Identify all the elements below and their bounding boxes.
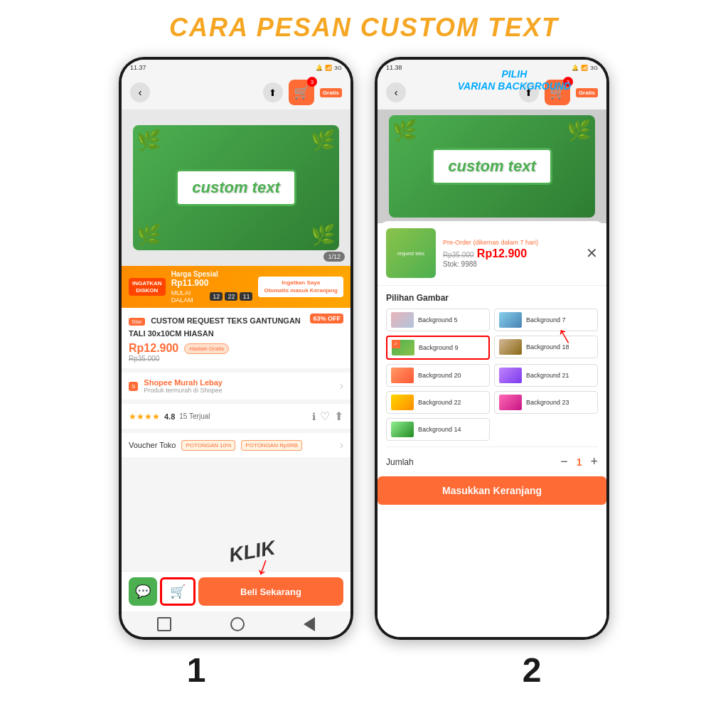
minus-btn[interactable]: − [560, 454, 568, 469]
add-to-cart-btn[interactable]: Masukkan Keranjang [378, 476, 606, 505]
ingatkan-btn[interactable]: Ingatkan Saya Otomatis masuk Keranjang [258, 277, 343, 297]
status-bar-1: 11.37 🔔📶3G [122, 60, 350, 75]
product-info: Star CUSTOM REQUEST TEKS GANTUNGAN TALI … [122, 308, 350, 368]
chat-button[interactable]: 💬 [129, 577, 157, 606]
custom-text-sign-2: custom text [432, 148, 552, 185]
phone-2: 11.38 🔔📶3G ‹ ⬆ 🛒 3 Gratis [375, 57, 609, 640]
home-nav-btn[interactable] [157, 617, 171, 631]
bg-item-3[interactable]: Background 18 [494, 336, 598, 358]
image-counter: 1/12 [323, 252, 345, 262]
nav-right-1: ⬆ 🛒 3 Gratis [263, 80, 342, 105]
bottom-bar-1: 💬 🛒 Beli Sekarang [122, 571, 350, 611]
share-btn-1[interactable]: ⬆ [263, 82, 283, 102]
buy-now-button[interactable]: Beli Sekarang [198, 577, 343, 606]
add-to-cart-button[interactable]: 🛒 [160, 577, 196, 606]
back-button-1[interactable]: ‹ [130, 82, 150, 102]
phone-nav-1 [122, 611, 350, 637]
cart-btn-1[interactable]: 🛒 3 [289, 80, 314, 105]
bg-item-wrapper-5: Background 21 [494, 364, 598, 387]
back-button-2[interactable]: ‹ [386, 82, 406, 102]
jumlah-row: Jumlah − 1 + [386, 446, 598, 476]
promo-text: Harga Spesial Rp11.900 MULAI DALAM 12 22… [171, 270, 253, 304]
step-2: 2 [414, 651, 649, 690]
step-1: 1 [79, 651, 314, 690]
bg-item-wrapper-1: Background 7 [494, 309, 598, 331]
pilih-varian-label: PILIHVARIAN BACKGROUND [458, 68, 571, 92]
time-2: 11.38 [386, 64, 402, 71]
bg-item-wrapper-7: Background 23 [494, 391, 598, 414]
product-image-1: 🌿 🌿 🌿 🌿 custom text 1/12 [122, 109, 350, 266]
bg-item-4[interactable]: Background 20 [386, 364, 490, 387]
content-area-1: Star CUSTOM REQUEST TEKS GANTUNGAN TALI … [122, 308, 350, 571]
quantity-display: 1 [577, 456, 582, 468]
bg-item-wrapper-0: Background 5 [386, 309, 490, 331]
bg-item-0[interactable]: Background 5 [386, 309, 490, 331]
bg-item-5[interactable]: Background 21 [494, 364, 598, 387]
bg-item-2[interactable]: ✓ Background 9 [386, 336, 490, 360]
diskon-badge: INGATKAN DISKON [129, 278, 166, 296]
voucher-row: Voucher Toko POTONGAN 10% POTONGAN Rp5RB… [122, 433, 350, 457]
mulai-label: MULAI DALAM [171, 289, 208, 304]
recent-nav-btn[interactable] [304, 617, 315, 631]
modal-overlay: request teks Pre-Order (dikemas dalam 7 … [378, 221, 606, 637]
shopee-murah: S Shopee Murah Lebay Produk termurah di … [122, 373, 350, 400]
modal-product-info: Pre-Order (dikemas dalam 7 hari) Rp35.00… [443, 239, 579, 268]
promo-banner: INGATKAN DISKON Harga Spesial Rp11.900 M… [122, 266, 350, 308]
nav-bar-1: ‹ ⬆ 🛒 3 Gratis [122, 75, 350, 109]
bg-item-wrapper-6: Background 22 [386, 391, 490, 414]
plus-btn[interactable]: + [590, 454, 598, 469]
jumlah-label: Jumlah [386, 457, 414, 467]
page-title: CARA PESAN CUSTOM TEXT [0, 0, 728, 50]
bg-item-7[interactable]: Background 23 [494, 391, 598, 414]
status-icons-2: 🔔📶3G [572, 65, 598, 71]
gratis-badge-1: Gratis [320, 88, 342, 97]
custom-text-sign: custom text [176, 169, 296, 206]
pilihan-title: Pilihan Gambar [386, 293, 598, 303]
bg-item-wrapper-3: Background 18 [494, 336, 598, 360]
bg-item-6[interactable]: Background 22 [386, 391, 490, 414]
bg-item-wrapper-4: Background 20 [386, 364, 490, 387]
time-1: 11.37 [130, 64, 146, 71]
rating-row: ★★★★ 4.8 15 Terjual ℹ ♡ ⬆ [122, 404, 350, 429]
status-icons-1: 🔔📶3G [316, 65, 342, 71]
cart-badge-1: 3 [307, 77, 317, 87]
bg-item-wrapper-2: ✓ Background 9 [386, 336, 490, 360]
product-image-2: 🌿 🌿 custom text [378, 109, 606, 223]
shopee-logo: S [129, 382, 138, 391]
modal-header: request teks Pre-Order (dikemas dalam 7 … [378, 221, 606, 286]
bg-item-1[interactable]: Background 7 [494, 309, 598, 331]
step-numbers: 1 2 [0, 643, 728, 697]
modal-close-btn[interactable]: ✕ [586, 245, 598, 262]
back-nav-btn[interactable] [230, 617, 245, 631]
gratis-badge-2: Gratis [576, 88, 598, 97]
jumlah-controls: − 1 + [560, 454, 598, 469]
bg-item-wrapper-8: Background 14 [386, 418, 490, 441]
modal-thumb: request teks [386, 228, 436, 278]
bg-item-8[interactable]: Background 14 [386, 418, 490, 441]
